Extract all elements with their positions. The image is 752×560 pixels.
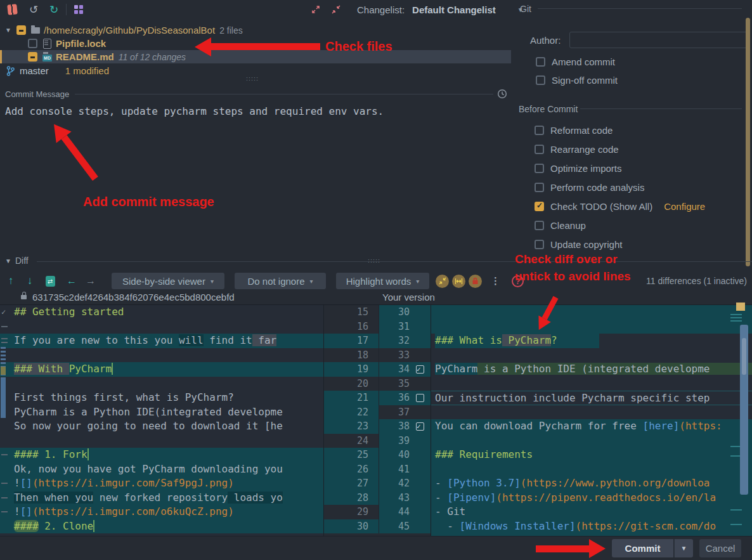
diff-right-pane[interactable]: ### What is PyCharm?PyCharm is a Python …	[431, 305, 752, 536]
diff-change-checkbox[interactable]	[416, 422, 424, 431]
collapse-all-icon[interactable]	[329, 3, 343, 16]
diff-line-numbers: 2742	[324, 476, 431, 491]
next-file-icon[interactable]: →	[84, 274, 98, 288]
diff-toolbar: ↑ ↓ ⇄ ← → Side-by-side viewer▾ Do not ig…	[0, 271, 752, 290]
diff-change-checkbox[interactable]	[416, 394, 424, 402]
stripe-tick	[730, 320, 742, 322]
tree-row-root[interactable]: ▼ /home/scragly/Github/PyDisSeasonalBot …	[0, 23, 511, 37]
branch-bar: master 1 modified	[6, 65, 109, 76]
diff-line: ![](https://i.imgur.com/o6kuQcZ.png)	[0, 505, 323, 519]
diff-change-checkbox[interactable]	[416, 365, 424, 374]
diff-text-segment: PyCharm is a Python IDE(integrated devel…	[14, 406, 283, 418]
checkbox-label: Check TODO (Show All)	[550, 201, 652, 212]
diff-text-segment: ## Getting started	[14, 306, 124, 318]
diff-line: ✓## Getting started	[0, 305, 323, 320]
commit-message-input[interactable]: Add console steps, update pycharm steps …	[5, 105, 384, 117]
commit-button[interactable]: Commit	[612, 539, 673, 557]
diff-text-segment: ### With	[14, 363, 69, 375]
diff-line-numbers: 2237	[324, 405, 431, 420]
annotation-arrow-commit-button	[536, 539, 606, 558]
message-history-icon[interactable]	[497, 89, 507, 99]
diff-text-segment: -	[435, 477, 447, 489]
ignore-policy-dropdown[interactable]: Do not ignore▾	[235, 273, 326, 289]
shelve-changes-icon[interactable]	[5, 3, 19, 16]
compare-file-icon[interactable]: ⇄	[43, 274, 57, 288]
before-commit-item[interactable]: Update copyright	[535, 235, 705, 254]
panel-scrollbar[interactable]	[746, 18, 750, 266]
signoff-commit-label: Sign-off commit	[552, 75, 618, 86]
commit-dropdown-button[interactable]: ▼	[674, 539, 693, 557]
diff-text-segment: [Windows Installer]	[460, 520, 576, 532]
diff-line: - [Windows Installer](https://git-scm.co…	[431, 519, 752, 534]
splitter-handle[interactable]: ··········	[368, 258, 380, 263]
diff-left-pane[interactable]: ✓## Getting startedIf you are new to thi…	[0, 305, 323, 536]
before-commit-item[interactable]: Perform code analysis	[535, 178, 705, 197]
cancel-button[interactable]: Cancel	[699, 539, 741, 557]
diff-text-segment: [Python 3.7]	[447, 477, 521, 489]
before-commit-item[interactable]: Rearrange code	[535, 140, 705, 159]
checkbox-optimize-imports[interactable]	[535, 164, 544, 173]
checkbox-rearrange-code[interactable]	[535, 145, 544, 154]
diff-section-header[interactable]: ▼ Diff	[5, 256, 29, 266]
more-options-icon[interactable]: ⋮	[491, 275, 500, 287]
pipfile-checkbox[interactable]	[28, 39, 37, 48]
before-commit-item[interactable]: Check TODO (Show All)Configure	[535, 197, 705, 216]
diff-line: ### What is PyCharm?	[431, 334, 752, 348]
disable-editing-icon[interactable]	[469, 275, 482, 288]
diff-line-numbers: 2641	[324, 462, 431, 477]
checkbox-reformat-code[interactable]	[535, 126, 544, 135]
collapse-icon[interactable]: ▼	[5, 257, 11, 264]
checkbox-perform-code-analysis[interactable]	[535, 183, 544, 192]
before-commit-item[interactable]: Optimize imports	[535, 159, 705, 178]
diff-text-segment: loads yo	[228, 492, 283, 504]
highlight-policy-dropdown[interactable]: Highlight words▾	[336, 273, 429, 289]
signoff-commit-checkbox[interactable]	[536, 75, 545, 85]
configure-link[interactable]: Configure	[664, 201, 705, 212]
diff-text-segment: []	[20, 505, 32, 518]
splitter-handle[interactable]: ··········	[246, 76, 259, 81]
author-input[interactable]	[569, 32, 748, 48]
before-commit-item[interactable]: Cleanup	[535, 216, 705, 235]
viewer-mode-dropdown[interactable]: Side-by-side viewer▾	[112, 273, 224, 289]
git-section-label: Git	[520, 4, 531, 14]
changelist-select[interactable]: Default Changelist	[412, 4, 496, 15]
divider	[580, 108, 742, 109]
diff-text-segment: ### Requirements	[435, 448, 533, 460]
diff-line: Our instruction include Pycharm specific…	[431, 391, 752, 405]
root-checkbox[interactable]	[16, 25, 26, 35]
diff-text-segment: Clone	[63, 520, 94, 532]
chevron-down-icon[interactable]: ▼	[4, 27, 13, 34]
signoff-commit-option[interactable]: Sign-off commit	[536, 75, 618, 86]
checkbox-update-copyright[interactable]	[535, 240, 544, 249]
diff-text-segment: far	[252, 334, 277, 346]
branch-name[interactable]: master	[20, 65, 49, 76]
diff-scrollbar-inner	[742, 338, 746, 375]
collapse-unchanged-icon[interactable]	[436, 275, 449, 288]
gutter-check-icon: ✓	[1, 305, 6, 320]
diff-text-segment: Fork	[63, 448, 89, 460]
refresh-icon[interactable]: ↻	[47, 3, 61, 16]
before-commit-item[interactable]: Reformat code	[535, 120, 705, 140]
group-by-directory-icon[interactable]	[72, 3, 86, 16]
diff-line: ### Requirements	[431, 448, 752, 462]
annotation-check-diff-1: Check diff over or	[515, 252, 618, 266]
rollback-icon[interactable]: ↺	[27, 3, 41, 16]
changelist-label: Changelist:	[357, 4, 405, 15]
previous-change-icon[interactable]: ↑	[4, 274, 18, 288]
amend-commit-option[interactable]: Amend commit	[536, 56, 615, 67]
toolbar-separator	[66, 4, 67, 15]
diff-line: - [Python 3.7](https://www.python.org/do…	[431, 476, 752, 491]
stripe-marker[interactable]	[736, 303, 745, 311]
previous-file-icon[interactable]: ←	[65, 274, 79, 288]
amend-commit-checkbox[interactable]	[536, 57, 545, 67]
amend-commit-label: Amend commit	[552, 56, 615, 67]
author-label: Author:	[530, 35, 561, 46]
next-change-icon[interactable]: ↓	[23, 274, 37, 288]
checkbox-check-todo-show-all-[interactable]	[535, 202, 544, 211]
checkbox-cleanup[interactable]	[535, 221, 544, 230]
synchronize-scrolling-icon[interactable]	[452, 275, 465, 288]
readme-checkbox[interactable]	[28, 52, 37, 62]
expand-all-icon[interactable]	[309, 3, 323, 16]
diff-line-numbers: 1631	[324, 320, 431, 334]
diff-text-segment: [here]	[643, 420, 680, 432]
